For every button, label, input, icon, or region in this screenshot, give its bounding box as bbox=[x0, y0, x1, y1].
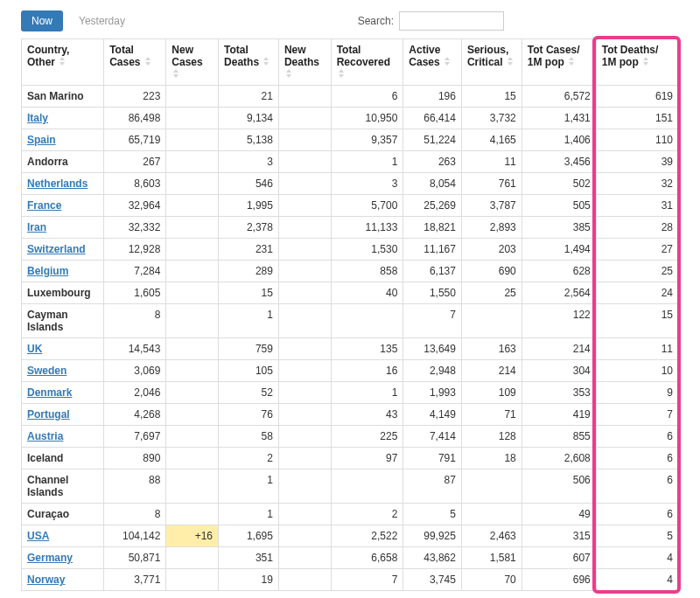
cell-dpm: 27 bbox=[596, 239, 678, 261]
country-cell: Luxembourg bbox=[22, 282, 104, 304]
sort-icon bbox=[444, 57, 452, 66]
country-link[interactable]: Italy bbox=[27, 112, 48, 124]
country-cell[interactable]: Portugal bbox=[22, 404, 104, 426]
cell-newd bbox=[278, 338, 331, 360]
country-cell[interactable]: Switzerland bbox=[22, 239, 104, 261]
country-link[interactable]: France bbox=[27, 199, 61, 212]
country-link[interactable]: Netherlands bbox=[27, 177, 88, 190]
cell-rec: 40 bbox=[331, 282, 403, 304]
cell-total: 8 bbox=[104, 304, 166, 338]
cell-crit: 690 bbox=[461, 261, 522, 282]
cell-active: 11,167 bbox=[403, 239, 462, 261]
col-header-7[interactable]: Serious,Critical bbox=[461, 39, 522, 86]
cell-deaths: 9,134 bbox=[219, 108, 279, 129]
cell-newd bbox=[278, 173, 331, 195]
cell-rec: 9,357 bbox=[331, 129, 403, 151]
cell-total: 8,603 bbox=[104, 173, 166, 195]
cell-newd bbox=[278, 547, 331, 569]
table-row: Portugal4,26876434,149714197 bbox=[22, 404, 679, 426]
cell-deaths: 21 bbox=[219, 86, 279, 108]
search-input[interactable] bbox=[399, 11, 504, 31]
cell-deaths: 351 bbox=[219, 547, 279, 569]
cell-deaths: 1 bbox=[219, 304, 279, 338]
cell-new bbox=[166, 195, 219, 217]
col-header-5[interactable]: TotalRecovered bbox=[331, 39, 403, 86]
country-cell[interactable]: Sweden bbox=[22, 360, 104, 382]
country-cell[interactable]: Germany bbox=[22, 547, 104, 569]
cell-dpm: 7 bbox=[596, 404, 678, 426]
cell-rec: 225 bbox=[331, 426, 403, 448]
cell-crit: 3,732 bbox=[461, 108, 522, 129]
country-link[interactable]: Austria bbox=[27, 430, 63, 442]
country-cell[interactable]: Norway bbox=[22, 569, 104, 591]
table-row: USA104,142+161,6952,52299,9252,4633155 bbox=[22, 525, 679, 547]
cell-total: 3,069 bbox=[104, 360, 166, 382]
cell-crit: 18 bbox=[461, 448, 522, 469]
cell-active: 66,414 bbox=[403, 108, 462, 129]
cell-crit: 761 bbox=[461, 173, 522, 195]
country-cell[interactable]: USA bbox=[22, 525, 104, 547]
country-cell[interactable]: Denmark bbox=[22, 382, 104, 404]
tab-yesterday[interactable]: Yesterday bbox=[70, 10, 134, 31]
cell-total: 32,332 bbox=[104, 217, 166, 239]
country-link[interactable]: Germany bbox=[27, 552, 73, 564]
table-row: Belgium7,2842898586,13769062825 bbox=[22, 261, 679, 282]
col-header-6[interactable]: ActiveCases bbox=[403, 39, 462, 86]
col-header-8[interactable]: Tot Cases/1M pop bbox=[522, 39, 596, 86]
cell-deaths: 3 bbox=[219, 151, 279, 173]
col-header-4[interactable]: NewDeaths bbox=[278, 39, 331, 86]
table-row: Channel Islands881875066 bbox=[22, 469, 679, 504]
country-link[interactable]: Portugal bbox=[27, 408, 70, 421]
cell-total: 12,928 bbox=[104, 239, 166, 261]
country-cell[interactable]: Netherlands bbox=[22, 173, 104, 195]
country-link[interactable]: Sweden bbox=[27, 365, 66, 377]
col-header-9[interactable]: Tot Deaths/1M pop bbox=[596, 39, 678, 86]
cell-cpm: 6,572 bbox=[522, 86, 596, 108]
cell-active: 43,862 bbox=[403, 547, 462, 569]
cell-deaths: 76 bbox=[219, 404, 279, 426]
country-link[interactable]: Iran bbox=[27, 221, 46, 233]
cell-dpm: 31 bbox=[596, 195, 678, 217]
table-row: Luxembourg1,60515401,550252,56424 bbox=[22, 282, 679, 304]
cell-total: 86,498 bbox=[104, 108, 166, 129]
cell-crit: 163 bbox=[461, 338, 522, 360]
cell-rec: 2,522 bbox=[331, 525, 403, 547]
country-cell[interactable]: France bbox=[22, 195, 104, 217]
country-link[interactable]: UK bbox=[27, 343, 42, 355]
cell-cpm: 607 bbox=[522, 547, 596, 569]
country-link[interactable]: USA bbox=[27, 530, 49, 542]
cell-cpm: 506 bbox=[522, 469, 596, 504]
cell-new bbox=[166, 282, 219, 304]
cell-crit: 70 bbox=[461, 569, 522, 591]
country-link[interactable]: Spain bbox=[27, 134, 56, 146]
table-row: Iran32,3322,37811,13318,8212,89338528 bbox=[22, 217, 679, 239]
country-link[interactable]: Belgium bbox=[27, 265, 68, 277]
cell-crit bbox=[461, 504, 522, 525]
tab-now[interactable]: Now bbox=[21, 10, 63, 31]
country-link[interactable]: Denmark bbox=[27, 386, 72, 399]
col-header-1[interactable]: TotalCases bbox=[104, 39, 166, 86]
table-row: Switzerland12,9282311,53011,1672031,4942… bbox=[22, 239, 679, 261]
country-cell[interactable]: Belgium bbox=[22, 261, 104, 282]
cell-newd bbox=[278, 129, 331, 151]
cell-deaths: 1 bbox=[219, 504, 279, 525]
country-cell[interactable]: Italy bbox=[22, 108, 104, 129]
country-cell[interactable]: UK bbox=[22, 338, 104, 360]
cell-crit: 203 bbox=[461, 239, 522, 261]
country-cell[interactable]: Austria bbox=[22, 426, 104, 448]
col-header-0[interactable]: Country,Other bbox=[22, 39, 104, 86]
col-header-2[interactable]: NewCases bbox=[166, 39, 219, 86]
cell-dpm: 15 bbox=[596, 304, 678, 338]
cell-crit: 3,787 bbox=[461, 195, 522, 217]
cell-cpm: 1,431 bbox=[522, 108, 596, 129]
country-link[interactable]: Switzerland bbox=[27, 243, 86, 255]
col-header-3[interactable]: TotalDeaths bbox=[219, 39, 279, 86]
cell-dpm: 6 bbox=[596, 504, 678, 525]
cell-cpm: 2,608 bbox=[522, 448, 596, 469]
country-link[interactable]: Norway bbox=[27, 574, 65, 586]
country-cell[interactable]: Spain bbox=[22, 129, 104, 151]
cell-rec: 16 bbox=[331, 360, 403, 382]
table-row: San Marino223216196156,572619 bbox=[22, 86, 679, 108]
country-cell[interactable]: Iran bbox=[22, 217, 104, 239]
cell-deaths: 289 bbox=[219, 261, 279, 282]
